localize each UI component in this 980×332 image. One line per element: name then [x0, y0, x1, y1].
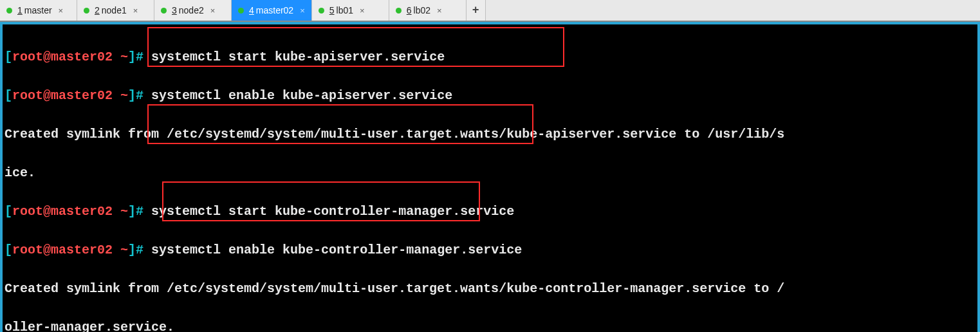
command-text: systemctl enable kube-apiserver.service	[151, 88, 452, 103]
tab-node1[interactable]: 2 node1 ×	[77, 0, 154, 21]
tab-label: master	[24, 5, 52, 15]
tab-lb02[interactable]: 6 lb02 ×	[389, 0, 467, 21]
prompt-bracket: ]#	[128, 204, 143, 219]
add-tab-button[interactable]: +	[467, 0, 486, 21]
tab-master02[interactable]: 4 master02 ×	[232, 0, 312, 21]
prompt-bracket: [	[5, 88, 12, 103]
tab-number: 2	[95, 5, 100, 15]
tab-label: lb01	[337, 5, 353, 15]
prompt-bracket: [	[5, 204, 12, 219]
terminal-content: [root@master02 ~]# systemctl start kube-…	[3, 24, 977, 332]
tab-label: master02	[256, 5, 293, 15]
status-dot-icon	[161, 8, 167, 14]
tab-number: 3	[172, 5, 177, 15]
tab-number: 5	[329, 5, 335, 15]
status-dot-icon	[6, 8, 12, 14]
close-icon[interactable]: ×	[437, 6, 442, 15]
tab-master[interactable]: 1 master ×	[0, 0, 77, 21]
close-icon[interactable]: ×	[59, 6, 64, 15]
close-icon[interactable]: ×	[300, 6, 305, 15]
command-text: systemctl enable kube-controller-manager…	[151, 243, 522, 257]
status-dot-icon	[238, 8, 244, 14]
terminal-line: [root@master02 ~]# systemctl enable kube…	[5, 241, 975, 260]
prompt-userhost: root@master02 ~	[12, 243, 128, 257]
tab-label: node2	[179, 5, 204, 15]
terminal-line: [root@master02 ~]# systemctl enable kube…	[5, 86, 975, 106]
status-dot-icon	[319, 8, 324, 14]
terminal-line: [root@master02 ~]# systemctl start kube-…	[5, 202, 975, 221]
tab-bar: 1 master × 2 node1 × 3 node2 × 4 master0…	[0, 0, 980, 22]
output-line: ice.	[5, 163, 975, 183]
terminal-pane[interactable]: [root@master02 ~]# systemctl start kube-…	[0, 22, 980, 332]
output-line: Created symlink from /etc/systemd/system…	[5, 279, 975, 299]
prompt-bracket: ]#	[128, 50, 143, 64]
tab-label: lb02	[414, 5, 430, 15]
terminal-line: [root@master02 ~]# systemctl start kube-…	[5, 48, 975, 67]
close-icon[interactable]: ×	[360, 6, 365, 15]
status-dot-icon	[396, 8, 402, 14]
output-line: Created symlink from /etc/systemd/system…	[5, 125, 975, 144]
command-text: systemctl start kube-controller-manager.…	[151, 204, 514, 219]
tab-number: 4	[249, 5, 254, 15]
prompt-userhost: root@master02 ~	[12, 88, 128, 103]
prompt-bracket: ]#	[128, 88, 143, 103]
close-icon[interactable]: ×	[133, 6, 138, 15]
prompt-userhost: root@master02 ~	[12, 204, 128, 219]
status-dot-icon	[84, 8, 89, 14]
tab-number: 1	[17, 5, 23, 15]
prompt-userhost: root@master02 ~	[12, 50, 128, 64]
tab-label: node1	[102, 5, 127, 15]
tab-lb01[interactable]: 5 lb01 ×	[312, 0, 389, 21]
prompt-bracket: [	[5, 50, 12, 64]
tab-number: 6	[407, 5, 412, 15]
close-icon[interactable]: ×	[210, 6, 216, 15]
output-line: oller-manager.service.	[5, 318, 975, 332]
command-text: systemctl start kube-apiserver.service	[151, 50, 445, 64]
tab-node2[interactable]: 3 node2 ×	[154, 0, 232, 21]
plus-icon: +	[472, 4, 479, 17]
prompt-bracket: ]#	[128, 243, 143, 257]
prompt-bracket: [	[5, 243, 12, 257]
